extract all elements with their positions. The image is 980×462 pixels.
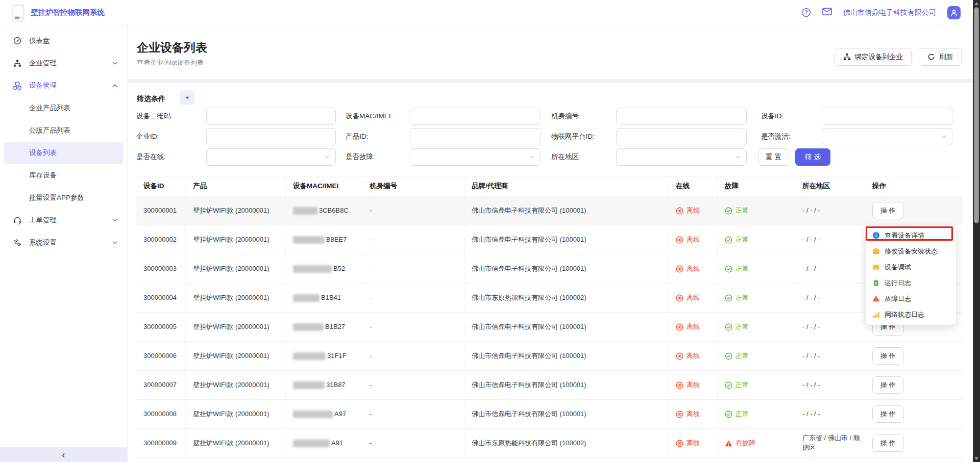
filter-input-iot-platform-id[interactable]	[616, 128, 747, 145]
cell-fault: 正常	[718, 400, 795, 428]
reset-button[interactable]: 重 置	[758, 148, 789, 166]
cell-fault: 正常	[718, 313, 795, 341]
cell-region: - / - / -	[795, 254, 865, 283]
triangle-down-icon	[185, 95, 190, 100]
table-row-300000009: 300000009壁挂炉WIFI款 (20000001)A91-佛山市东原热能科…	[136, 429, 963, 458]
table-header-row: 设备ID产品设备MAC/IMEI机身编号品牌/代理商在线故障所在地区操作	[136, 176, 963, 196]
status-badge: 离线	[676, 264, 700, 274]
offline-icon	[676, 440, 683, 447]
cell-online: 离线	[669, 429, 718, 457]
refresh-label: 刷新	[939, 53, 953, 62]
select-arrow-icon	[529, 154, 535, 160]
headset-icon	[13, 216, 21, 224]
sidebar-item-8[interactable]: 工单管理	[0, 209, 127, 232]
cell-device-id: 300000002	[136, 225, 186, 254]
filter-input-device-id[interactable]	[822, 108, 952, 125]
row-action-button[interactable]: 操 作	[872, 376, 904, 394]
menu-item-0[interactable]: 查看设备详情	[866, 227, 956, 243]
sidebar-item-sub-3[interactable]: 企业产品列表	[0, 97, 127, 119]
chevron-down-icon	[112, 60, 118, 66]
row-action-button[interactable]: 操 作	[872, 202, 904, 219]
scroll-up-arrow[interactable]	[974, 2, 978, 5]
menu-item-label: 网络状态日志	[885, 310, 924, 319]
refresh-button[interactable]: 刷新	[919, 48, 962, 66]
status-label: 正常	[736, 293, 749, 303]
status-badge: 有故障	[725, 439, 755, 448]
redacted-mac-mask	[293, 381, 325, 389]
avatar[interactable]	[947, 6, 961, 19]
robot-icon	[872, 263, 880, 271]
filter-select-online[interactable]	[206, 148, 336, 166]
network-icon	[872, 311, 880, 318]
sidebar-item-label: 公版产品列表	[29, 126, 70, 135]
sidebar-item-label: 企业产品列表	[29, 104, 70, 113]
status-badge: 正常	[725, 351, 749, 361]
filter-submit-button[interactable]: 筛 选	[795, 148, 830, 166]
cell-brand: 佛山市东原热能科技有限公司 (100002)	[464, 284, 669, 312]
cell-serial: -	[362, 313, 464, 341]
cell-mac: B1B41	[286, 284, 362, 312]
filter-input-device-qrcode[interactable]	[206, 108, 336, 125]
filter-input-company-id[interactable]	[206, 128, 336, 145]
sidebar-item-0[interactable]: 仪表盘	[0, 30, 127, 52]
sidebar-item-sub-4[interactable]: 公版产品列表	[0, 119, 127, 142]
menu-item-label: 查看设备详情	[885, 231, 924, 240]
filter-select-region[interactable]	[616, 148, 747, 166]
sidebar-item-sub-7[interactable]: 批量设置APP参数	[0, 187, 127, 209]
cell-device-id: 300000005	[136, 313, 186, 341]
cell-product: 壁挂炉WIFI款 (20000001)	[186, 254, 286, 283]
filter-select-activated[interactable]	[822, 128, 952, 145]
scroll-down-arrow[interactable]	[974, 457, 978, 460]
status-label: 离线	[687, 264, 700, 274]
cell-serial: -	[362, 429, 464, 457]
cell-serial: -	[362, 254, 464, 283]
filter-label-company-id: 企业ID:	[136, 128, 159, 145]
menu-item-1[interactable]: 修改设备安装状态	[866, 243, 956, 259]
filter-label-device-id: 设备ID:	[761, 108, 783, 125]
company-name[interactable]: 佛山市信鼎电子科技有限公司	[843, 8, 936, 17]
filter-select-fault[interactable]	[410, 148, 541, 166]
column-header-7: 所在地区	[795, 176, 865, 196]
filter-collapse-button[interactable]	[180, 90, 195, 105]
scrollbar-thumb[interactable]	[974, 7, 979, 223]
sidebar-item-1[interactable]: 企业管理	[0, 52, 127, 74]
menu-item-4[interactable]: 故障日志	[866, 291, 956, 306]
menu-item-3[interactable]: 运行日志	[866, 275, 956, 291]
filter-input-device-mac[interactable]	[410, 108, 541, 125]
mac-suffix: 3CB6B8C	[319, 206, 349, 216]
row-action-button[interactable]: 操 作	[872, 347, 904, 365]
menu-item-5[interactable]: 网络状态日志	[866, 306, 956, 322]
filter-input-body-serial[interactable]	[616, 108, 747, 125]
cell-online: 离线	[669, 342, 718, 370]
row-action-button[interactable]: 操 作	[872, 434, 904, 452]
vertical-scrollbar[interactable]	[973, 0, 980, 462]
status-badge: 离线	[676, 409, 700, 419]
toolbox-icon	[872, 247, 880, 255]
bind-device-button[interactable]: 绑定设备到企业	[835, 48, 912, 66]
sidebar-item-sub-6[interactable]: 库存设备	[0, 164, 127, 187]
sidebar-item-sub-5[interactable]: 设备列表	[4, 142, 124, 164]
status-badge: 正常	[725, 409, 749, 419]
menu-item-2[interactable]: 设备调试	[866, 259, 956, 275]
sidebar-collapse-button[interactable]: ‹	[0, 447, 127, 462]
select-arrow-icon	[324, 154, 330, 160]
table-row-300000003: 300000003壁挂炉WIFI款 (20000001)B52-佛山市信鼎电子科…	[136, 254, 963, 284]
mail-icon[interactable]	[822, 8, 832, 17]
cell-brand: 佛山市信鼎电子科技有限公司 (100001)	[464, 342, 669, 370]
filter-input-product-id[interactable]	[410, 128, 541, 145]
cell-product: 壁挂炉WIFI款 (20000001)	[186, 400, 286, 428]
row-action-button[interactable]: 操 作	[872, 405, 904, 423]
chevron-down-icon	[112, 217, 118, 223]
cell-online: 离线	[669, 254, 718, 283]
redacted-mac-mask	[293, 440, 330, 447]
device-list-card: 筛选条件 设备二维码:设备MAC/IMEI:机身编号:设备ID:企业ID:产品I…	[128, 83, 973, 462]
page-subtitle: 查看企业的iot设备列表	[137, 58, 204, 67]
sidebar-item-2[interactable]: 设备管理	[0, 74, 127, 97]
column-header-3: 机身编号	[362, 176, 464, 196]
cell-product: 壁挂炉WIFI款 (20000001)	[186, 196, 286, 225]
sidebar-item-label: 仪表盘	[29, 36, 50, 45]
help-icon[interactable]: ?	[801, 8, 811, 17]
refresh-icon	[927, 53, 935, 61]
sidebar-item-9[interactable]: 系统设置	[0, 232, 127, 254]
column-header-1: 产品	[186, 176, 286, 196]
